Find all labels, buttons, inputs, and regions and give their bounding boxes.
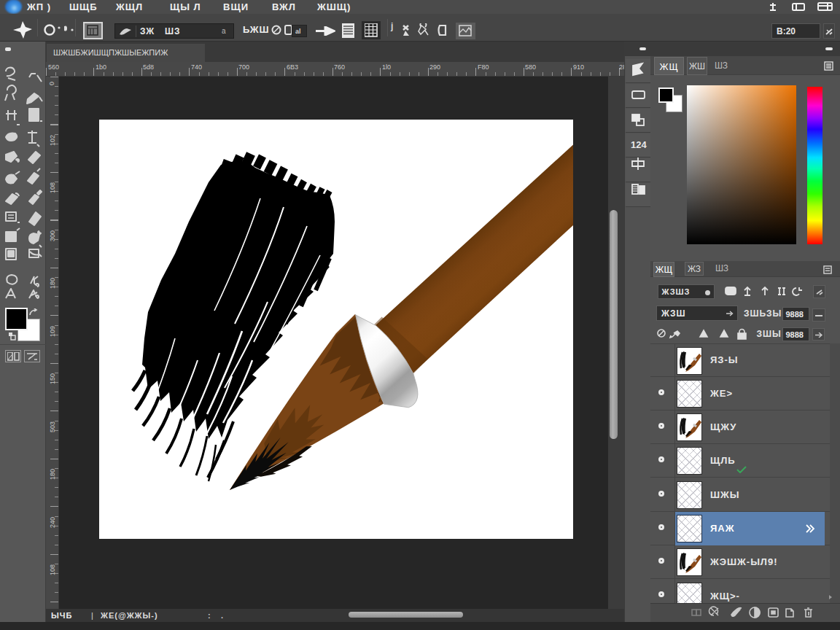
svg-text:124: 124	[631, 139, 647, 150]
